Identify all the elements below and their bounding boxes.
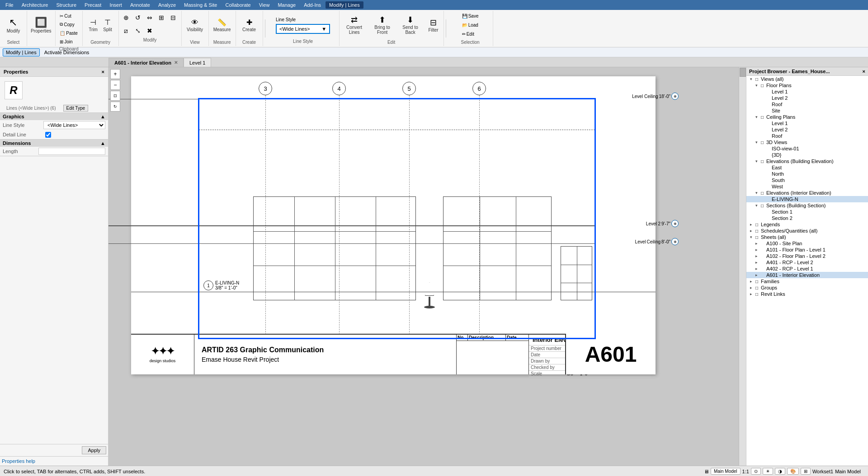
line-style-dropdown[interactable]: <Wide Lines> ▼ (276, 24, 330, 34)
tree-fp-roof[interactable]: Roof (746, 101, 868, 107)
tree-cp-roof[interactable]: Roof (746, 133, 868, 139)
edit-type-button[interactable]: Edit Type (63, 105, 89, 112)
apply-button[interactable]: Apply (82, 446, 106, 454)
tree-sections[interactable]: ▾ □ Sections (Building Section) (746, 202, 868, 209)
trim-button[interactable]: ⊣ Trim (87, 13, 99, 37)
load-selection-button[interactable]: 📂 Load (461, 21, 480, 29)
mirror-button[interactable]: ⇔ (144, 12, 155, 23)
render-button[interactable]: 🎨 (787, 468, 799, 475)
zoom-in-button[interactable]: + (110, 69, 120, 79)
tree-elev-north[interactable]: North (746, 171, 868, 177)
save-selection-button[interactable]: 💾 Save (461, 12, 480, 20)
length-input[interactable] (38, 148, 105, 155)
split-button[interactable]: ⊤ Split (101, 13, 114, 37)
tree-sheet-a100[interactable]: ▸ A100 - Site Plan (746, 240, 868, 247)
properties-close-btn[interactable]: × (102, 69, 104, 75)
move-button[interactable]: ⊕ (121, 12, 132, 23)
activate-dimensions-tab[interactable]: Activate Dimensions (42, 49, 92, 56)
tree-elev-building[interactable]: ▾ □ Elevations (Building Elevation) (746, 158, 868, 164)
tree-cp-level1[interactable]: Level 1 (746, 120, 868, 126)
tree-sheet-a401[interactable]: ▸ A401 - RCP - Level 2 (746, 259, 868, 266)
tree-families[interactable]: ▸ □ Families (746, 278, 868, 285)
zoom-out-button[interactable]: − (110, 80, 120, 90)
modify-lines-tab[interactable]: Modify | Lines (3, 48, 40, 56)
tree-fp-site[interactable]: Site (746, 107, 868, 114)
tree-sheet-a402[interactable]: ▸ A402 - RCP - Level 1 (746, 266, 868, 272)
tree-fp-level2[interactable]: Level 2 (746, 95, 868, 101)
annotate-menu[interactable]: Annotate (127, 1, 154, 9)
view-tab-a601[interactable]: A601 - Interior Elevation ✕ (108, 58, 184, 67)
create-btn[interactable]: ✚ Create (241, 13, 258, 37)
view-tab-level1[interactable]: Level 1 (184, 58, 211, 67)
scale-button[interactable]: ⤡ (132, 25, 143, 36)
vertical-scrollbar[interactable] (739, 67, 746, 466)
project-browser-close[interactable]: × (863, 69, 865, 74)
tree-ceiling-plans[interactable]: ▾ □ Ceiling Plans (746, 114, 868, 120)
tree-3d-iso[interactable]: ISO-view-01 (746, 145, 868, 152)
tree-fp-level1[interactable]: Level 1 (746, 89, 868, 95)
modify-button[interactable]: ↖ Modify (5, 13, 22, 37)
graphics-section-header[interactable]: Graphics ▲ (0, 113, 108, 120)
paste-button[interactable]: 📋Paste (58, 29, 79, 37)
send-to-back-button[interactable]: ⬇ Send to Back (397, 13, 424, 37)
properties-button[interactable]: 🔲 Properties (29, 13, 53, 37)
crop-button[interactable]: ⊞ (801, 468, 811, 475)
tree-elev-west[interactable]: West (746, 183, 868, 190)
tree-sheets[interactable]: ▾ □ Sheets (all) (746, 234, 868, 240)
canvas-area[interactable]: + − ⊡ ↻ 3 4 5 (108, 67, 746, 466)
tree-legends[interactable]: ▸ □ Legends (746, 221, 868, 228)
array-button[interactable]: ⊞ (156, 12, 167, 23)
insert-menu[interactable]: Insert (106, 1, 126, 9)
tree-sheet-a601[interactable]: ▸ A601 - Interior Elevation (746, 272, 868, 278)
copy-button[interactable]: ⧉Copy (58, 20, 75, 28)
tree-section1[interactable]: Section 1 (746, 209, 868, 215)
analyze-menu[interactable]: Analyze (155, 1, 179, 9)
tree-views-all[interactable]: ▾ □ Views (all) (746, 76, 868, 82)
collaborate-menu[interactable]: Collaborate (222, 1, 254, 9)
rotate-3d-button[interactable]: ↻ (110, 102, 120, 112)
align-button[interactable]: ⊟ (168, 12, 179, 23)
manage-menu[interactable]: Manage (274, 1, 299, 9)
visual-style-button[interactable]: ⊙ (751, 468, 761, 475)
line-style-select[interactable]: <Wide Lines> (43, 121, 105, 129)
tree-sheet-a101[interactable]: ▸ A101 - Floor Plan - Level 1 (746, 247, 868, 253)
tree-schedules[interactable]: ▸ □ Schedules/Quantities (all) (746, 228, 868, 234)
view-menu[interactable]: View (255, 1, 274, 9)
tree-section2[interactable]: Section 2 (746, 215, 868, 221)
dimensions-section-header[interactable]: Dimensions ▲ (0, 140, 108, 147)
file-menu[interactable]: File (2, 1, 17, 9)
addins-menu[interactable]: Add-Ins (300, 1, 325, 9)
properties-help-link[interactable]: Properties help (2, 458, 35, 464)
tree-elev-south[interactable]: South (746, 177, 868, 183)
measure-btn[interactable]: 📏 Measure (212, 13, 233, 37)
tree-elev-east[interactable]: East (746, 164, 868, 171)
sun-button[interactable]: ☀ (763, 468, 773, 475)
delete-button[interactable]: ✖ (144, 25, 155, 36)
tree-elev-interior[interactable]: ▾ □ Elevations (Interior Elevation) (746, 190, 868, 196)
tree-cp-level2[interactable]: Level 2 (746, 126, 868, 133)
main-model-button[interactable]: Main Model (711, 468, 741, 475)
edit-selection-button[interactable]: ✏ Edit (461, 30, 476, 38)
filter-button[interactable]: ⊟ Filter (425, 13, 442, 37)
tree-groups[interactable]: ▸ □ Groups (746, 285, 868, 291)
tree-3d-views[interactable]: ▾ □ 3D Views (746, 139, 868, 145)
hide-btn[interactable]: 👁 Visibility (185, 13, 205, 37)
bring-to-front-button[interactable]: ⬆ Bring to Front (369, 13, 396, 37)
precast-menu[interactable]: Precast (81, 1, 105, 9)
tree-floor-plans[interactable]: ▾ □ Floor Plans (746, 82, 868, 89)
convert-lines-button[interactable]: ⇄ Convert Lines (341, 13, 368, 37)
tree-3d-default[interactable]: {3D} (746, 152, 868, 158)
modify-lines-menu[interactable]: Modify | Lines (326, 1, 363, 9)
detail-line-checkbox[interactable] (45, 132, 51, 138)
architecture-menu[interactable]: Architecture (18, 1, 52, 9)
tree-elev-living-n[interactable]: E-LIVING-N (746, 196, 868, 202)
view-tab-a601-close[interactable]: ✕ (174, 60, 178, 65)
offset-button[interactable]: ⧄ (121, 25, 132, 36)
massing-menu[interactable]: Massing & Site (180, 1, 221, 9)
scroll-thumb-v[interactable] (740, 68, 746, 77)
tree-sheet-a102[interactable]: ▸ A102 - Floor Plan - Level 2 (746, 253, 868, 259)
structure-menu[interactable]: Structure (52, 1, 80, 9)
cut-button[interactable]: ✂Cut (58, 12, 73, 20)
zoom-fit-button[interactable]: ⊡ (110, 91, 120, 101)
join-button[interactable]: ⊞Join (58, 37, 74, 46)
